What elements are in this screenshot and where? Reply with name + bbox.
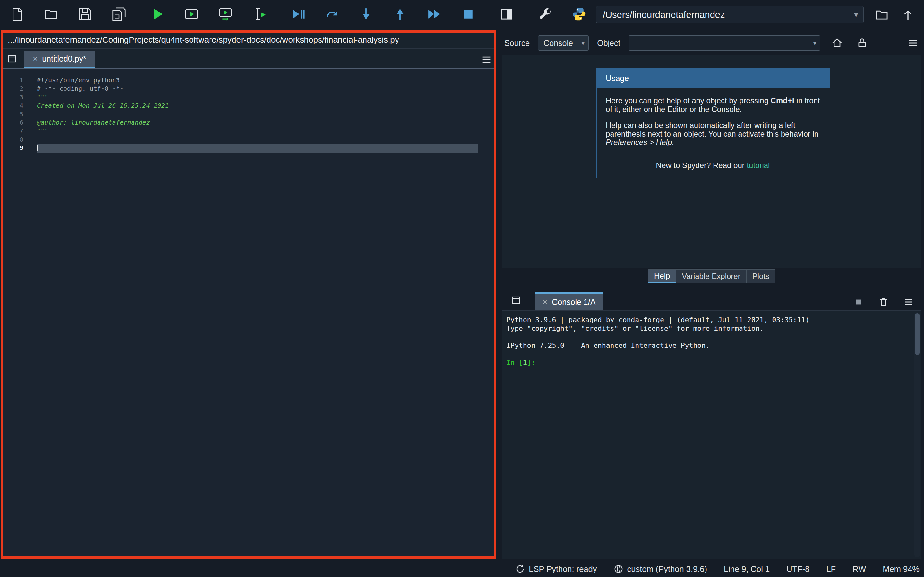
code-line-6[interactable]: @author: linourdanetafernandez: [37, 119, 495, 127]
maximize-pane-button[interactable]: [499, 7, 515, 23]
console-scrollbar[interactable]: [914, 312, 920, 558]
save-all-icon: [112, 7, 126, 23]
step-over-icon: [325, 7, 339, 23]
tab-help[interactable]: Help: [648, 269, 676, 284]
debug-file-button[interactable]: [290, 7, 306, 23]
browse-tabs-button[interactable]: [3, 50, 21, 67]
maximize-pane-icon: [499, 7, 514, 23]
scrollbar-thumb[interactable]: [915, 313, 919, 355]
line-number-gutter: 123456789: [3, 69, 31, 557]
save-file-button[interactable]: [77, 7, 93, 23]
chevron-down-icon[interactable]: ▾: [809, 39, 820, 47]
new-file-icon: [10, 7, 24, 23]
console-prompt[interactable]: In [1]:: [506, 358, 911, 367]
editor-tab-untitled0[interactable]: × untitled0.py*: [24, 51, 95, 68]
code-line-5[interactable]: [37, 110, 495, 119]
open-file-button[interactable]: [43, 7, 59, 23]
browse-tabs-button[interactable]: [507, 291, 525, 308]
debug-file-icon: [291, 7, 305, 23]
source-combobox[interactable]: Console ▾: [538, 35, 589, 51]
python-interpreter-button[interactable]: [571, 7, 587, 23]
stop-debugging-button[interactable]: [460, 7, 476, 23]
open-file-icon: [44, 7, 58, 23]
code-line-3[interactable]: """: [37, 93, 495, 102]
run-selection-button[interactable]: [252, 7, 268, 23]
code-line-7[interactable]: """: [37, 127, 495, 135]
run-cell-advance-button[interactable]: [218, 7, 234, 23]
code-editor[interactable]: 123456789 #!/usr/bin/env python3# -*- co…: [3, 69, 495, 557]
editor-tab-label: untitled0.py*: [42, 54, 86, 63]
chevron-down-icon[interactable]: ▾: [577, 39, 588, 47]
main-toolbar: /Users/linourdanetafernandez ▾: [0, 0, 924, 29]
code-line-8[interactable]: [37, 135, 495, 144]
lsp-status[interactable]: LSP Python: ready: [515, 564, 597, 574]
code-line-1[interactable]: #!/usr/bin/env python3: [37, 76, 495, 85]
stop-square-icon: [853, 297, 864, 308]
step-over-button[interactable]: [324, 7, 340, 23]
console-line-2: Type "copyright", "credits" or "license"…: [506, 324, 911, 333]
ipython-console[interactable]: Python 3.9.6 | packaged by conda-forge |…: [502, 310, 921, 559]
continue-execution-button[interactable]: [426, 7, 442, 23]
remove-variables-button[interactable]: [875, 293, 892, 310]
editor-tabbar: × untitled0.py*: [3, 49, 495, 69]
interrupt-kernel-button[interactable]: [850, 293, 867, 310]
parent-directory-button[interactable]: [900, 6, 916, 23]
toolbar-buttons: [0, 7, 596, 23]
memory-status: Mem 94%: [883, 564, 919, 574]
run-file-button[interactable]: [150, 7, 166, 23]
line-number-7: 7: [3, 127, 31, 135]
console-options-menu-button[interactable]: [900, 293, 917, 310]
help-panel: Usage Here you can get help of any objec…: [502, 55, 921, 268]
toolbar-group: [281, 7, 485, 23]
preferences-icon: [538, 7, 552, 23]
close-icon[interactable]: ×: [33, 55, 37, 63]
code-area[interactable]: #!/usr/bin/env python3# -*- coding: utf-…: [31, 69, 495, 557]
help-toolbar: Source Console ▾ Object ▾: [504, 33, 921, 53]
tab-plots[interactable]: Plots: [746, 269, 775, 284]
browse-tabs-icon: [7, 53, 17, 63]
trash-icon: [878, 297, 889, 308]
tab-variable-explorer[interactable]: Variable Explorer: [676, 269, 746, 284]
usage-paragraph-1: Here you can get help of any object by p…: [606, 97, 820, 113]
save-all-button[interactable]: [111, 7, 127, 23]
working-directory-combobox[interactable]: /Users/linourdanetafernandez ▾: [596, 6, 864, 23]
line-number-4: 4: [3, 102, 31, 110]
cursor-position-status: Line 9, Col 1: [724, 564, 770, 574]
editor-options-menu-button[interactable]: [478, 51, 495, 68]
console-line-3: [506, 333, 911, 342]
python-interpreter-icon: [572, 7, 586, 23]
home-button[interactable]: [829, 35, 845, 51]
code-line-4[interactable]: Created on Mon Jul 26 16:25:24 2021: [37, 102, 495, 110]
working-directory-value: /Users/linourdanetafernandez: [603, 10, 725, 20]
step-out-button[interactable]: [392, 7, 408, 23]
breadcrumb: .../linourdanetafernandez/CodingProjects…: [3, 31, 495, 49]
code-line-2[interactable]: # -*- coding: utf-8 -*-: [37, 85, 495, 93]
step-into-button[interactable]: [358, 7, 374, 23]
lock-button[interactable]: [854, 35, 871, 51]
statusbar: LSP Python: ready custom (Python 3.9.6) …: [0, 561, 924, 577]
preferences-button[interactable]: [537, 7, 553, 23]
toolbar-group: [528, 7, 596, 23]
browse-tabs-icon: [511, 295, 521, 305]
object-label: Object: [597, 39, 620, 48]
new-file-button[interactable]: [9, 7, 25, 23]
step-out-icon: [393, 7, 407, 23]
tutorial-link[interactable]: tutorial: [746, 161, 770, 169]
console-actions: [850, 293, 921, 310]
interpreter-status[interactable]: custom (Python 3.9.6): [614, 564, 707, 574]
code-line-9[interactable]: [37, 144, 478, 152]
hamburger-menu-icon: [907, 37, 919, 49]
toolbar-group: [0, 7, 136, 23]
usage-paragraph-2: Help can also be shown automatically aft…: [606, 121, 820, 147]
object-combobox[interactable]: ▾: [628, 35, 821, 51]
encoding-status: UTF-8: [787, 564, 809, 574]
chevron-down-icon[interactable]: ▾: [849, 6, 863, 23]
console-line-4: IPython 7.25.0 -- An enhanced Interactiv…: [506, 342, 911, 350]
close-icon[interactable]: ×: [543, 298, 548, 306]
console-tab-label: Console 1/A: [552, 298, 596, 307]
console-tab[interactable]: × Console 1/A: [535, 292, 603, 310]
console-line-1: Python 3.9.6 | packaged by conda-forge |…: [506, 316, 911, 324]
help-options-menu-button[interactable]: [905, 35, 921, 51]
browse-working-directory-button[interactable]: [873, 6, 890, 23]
run-cell-button[interactable]: [184, 7, 200, 23]
